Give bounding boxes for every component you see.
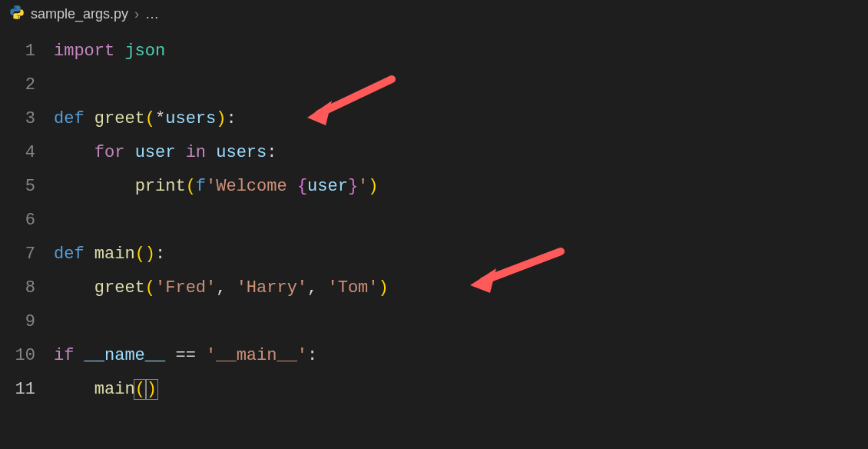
colon: : [267,143,277,162]
keyword-for: for [94,143,125,162]
code-line[interactable]: print(f'Welcome {user}') [54,170,868,204]
code-editor[interactable]: 1 2 3 4 5 6 7 8 9 10 11 import json def … [0,28,868,449]
function-name: main [94,244,135,264]
line-number[interactable]: 4 [0,136,54,170]
function-name: greet [94,109,145,128]
paren-close: ) [379,278,389,298]
python-file-icon [9,5,25,24]
string-quote: ' [358,177,368,196]
comma: , [216,278,236,298]
dunder-name: __name__ [84,346,166,365]
builtin-print: print [135,177,186,196]
keyword-import: import [54,42,114,61]
string-literal: Welcome [216,177,297,196]
keyword-def: def [54,109,84,128]
f-prefix: f [196,177,206,196]
breadcrumb-filename[interactable]: sample_args.py [31,6,128,22]
line-number[interactable]: 9 [0,305,54,339]
variable: users [216,143,267,162]
comma: , [307,278,327,298]
line-number[interactable]: 11 [0,373,54,407]
code-line[interactable]: def greet(*users): [54,102,868,136]
code-content[interactable]: import json def greet(*users): for user … [54,28,868,449]
colon: : [226,109,236,128]
fstring-brace-close: } [348,177,358,196]
line-number-gutter: 1 2 3 4 5 6 7 8 9 10 11 [0,28,54,449]
paren-close: ) [216,109,226,128]
breadcrumb-ellipsis[interactable]: … [145,6,159,22]
line-number[interactable]: 1 [0,35,54,68]
paren-close-matched: ) [145,379,158,400]
space [114,42,124,61]
string-quote: ' [206,177,216,196]
function-call: greet [94,278,145,298]
string-literal: 'Harry' [237,278,307,298]
string-literal: '__main__' [206,346,307,365]
breadcrumb-separator: › [134,6,139,22]
parameter: users [165,109,216,128]
keyword-in: in [186,143,206,162]
breadcrumb[interactable]: sample_args.py › … [0,0,868,28]
line-number[interactable]: 2 [0,68,54,102]
line-number[interactable]: 3 [0,102,54,136]
fstring-brace-open: { [297,177,307,196]
function-call: main [94,380,135,399]
line-number[interactable]: 10 [0,339,54,373]
paren-close: ) [145,244,155,264]
module-name: json [124,42,165,61]
colon: : [307,346,317,365]
equals-operator: == [165,346,206,365]
variable: user [135,143,176,162]
line-number[interactable]: 8 [0,271,54,305]
string-literal: 'Fred' [155,278,216,298]
code-line[interactable]: def main(): [54,238,868,271]
string-literal: 'Tom' [327,278,378,298]
code-line[interactable]: main() [54,373,868,407]
code-line[interactable] [54,204,868,238]
code-line[interactable]: if __name__ == '__main__': [54,339,868,373]
code-line[interactable] [54,68,868,102]
paren-open: ( [186,177,196,196]
colon: : [155,244,165,264]
line-number[interactable]: 7 [0,238,54,271]
variable: user [307,177,348,196]
code-line[interactable]: for user in users: [54,136,868,170]
paren-open: ( [145,278,155,298]
code-line[interactable]: greet('Fred', 'Harry', 'Tom') [54,271,868,305]
line-number[interactable]: 5 [0,170,54,204]
keyword-if: if [54,346,74,365]
code-line[interactable] [54,305,868,339]
paren-close: ) [368,177,378,196]
line-number[interactable]: 6 [0,204,54,238]
keyword-def: def [54,244,84,264]
star-operator: * [155,109,165,128]
paren-open: ( [145,109,155,128]
paren-open: ( [135,244,145,264]
code-line[interactable]: import json [54,35,868,68]
